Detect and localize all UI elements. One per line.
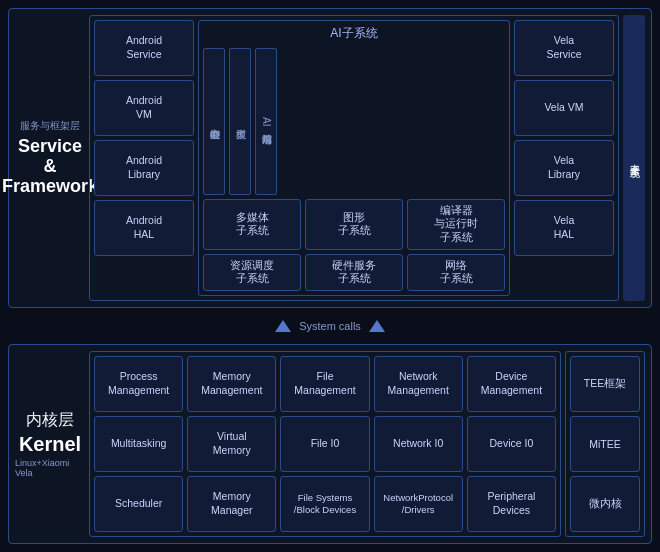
vela-hal-cell: Vela HAL xyxy=(514,200,614,256)
arrow-up-icon-2 xyxy=(369,320,385,332)
ai-title: AI子系统 xyxy=(203,25,505,42)
mitee-cell: MiTEE xyxy=(570,416,640,472)
microkernel-cell: 微内核 xyxy=(570,476,640,532)
top-inner: Android Service Android VM Android Libra… xyxy=(89,15,619,301)
ai-vertical-1: 智能能力中心 xyxy=(203,48,225,195)
android-library-cell: Android Library xyxy=(94,140,194,196)
kernel-row-3: Scheduler Memory Manager File Systems /B… xyxy=(94,476,556,532)
tee-framework-cell: TEE框架 xyxy=(570,356,640,412)
kernel-row-1: Process Management Memory Management Fil… xyxy=(94,356,556,412)
android-column: Android Service Android VM Android Libra… xyxy=(94,20,194,296)
resource-cell: 资源调度 子系统 xyxy=(203,254,301,291)
network-sub-cell: 网络 子系统 xyxy=(407,254,505,291)
syscall-text: System calls xyxy=(299,320,361,332)
graphics-cell: 图形 子系统 xyxy=(305,199,403,250)
ai-lower-cells: 资源调度 子系统 硬件服务 子系统 网络 子系统 xyxy=(203,254,505,291)
file-mgmt-cell: File Management xyxy=(280,356,369,412)
top-section: 服务与框架层 Service & Framework Android Servi… xyxy=(8,8,652,308)
ai-col-top: 智能能力中心 大模型 AI前端与后端 xyxy=(203,48,505,195)
vela-vm-cell: Vela VM xyxy=(514,80,614,136)
arrow-up-icon xyxy=(275,320,291,332)
network-io-cell: Network I0 xyxy=(374,416,463,472)
vela-service-cell: Vela Service xyxy=(514,20,614,76)
kernel-grid: Process Management Memory Management Fil… xyxy=(89,351,561,537)
multitasking-cell: Multitasking xyxy=(94,416,183,472)
ai-vertical-2: 大模型 xyxy=(229,48,251,195)
device-io-cell: Device I0 xyxy=(467,416,556,472)
ai-bottom-label: AI前端与后端 xyxy=(255,48,277,195)
netproto-drivers-cell: NetworkProtocol /Drivers xyxy=(374,476,463,532)
kernel-small: 内核层 xyxy=(26,410,74,431)
vela-column: Vela Service Vela VM Vela Library Vela H… xyxy=(514,20,614,296)
tee-panel: TEE框架 MiTEE 微内核 xyxy=(565,351,645,537)
kernel-label: 内核层 Kernel Linux+Xiaomi Vela xyxy=(15,351,85,537)
hardware-cell: 硬件服务 子系统 xyxy=(305,254,403,291)
scheduler-cell: Scheduler xyxy=(94,476,183,532)
device-mgmt-cell: Device Management xyxy=(467,356,556,412)
android-service-cell: Android Service xyxy=(94,20,194,76)
memory-mgmt-cell: Memory Management xyxy=(187,356,276,412)
section-small-label: 服务与框架层 xyxy=(20,119,80,133)
multimedia-cell: 多媒体 子系统 xyxy=(203,199,301,250)
vela-library-cell: Vela Library xyxy=(514,140,614,196)
filesys-block-cell: File Systems /Block Devices xyxy=(280,476,369,532)
service-framework-label: 服务与框架层 Service & Framework xyxy=(15,15,85,301)
android-hal-cell: Android HAL xyxy=(94,200,194,256)
process-mgmt-cell: Process Management xyxy=(94,356,183,412)
security-label: 安全子系统 xyxy=(623,15,645,301)
syscall-row: System calls xyxy=(8,312,652,340)
android-vm-cell: Android VM xyxy=(94,80,194,136)
memory-manager-cell: Memory Manager xyxy=(187,476,276,532)
kernel-sub: Linux+Xiaomi Vela xyxy=(15,458,85,478)
kernel-big: Kernel xyxy=(19,433,81,456)
network-mgmt-cell: Network Management xyxy=(374,356,463,412)
virtual-memory-cell: Virtual Memory xyxy=(187,416,276,472)
ai-bottom-cells: 多媒体 子系统 图形 子系统 编译器 与运行时 子系统 xyxy=(203,199,505,250)
bottom-section: 内核层 Kernel Linux+Xiaomi Vela Process Man… xyxy=(8,344,652,544)
section-big-label: Service & Framework xyxy=(2,137,98,196)
compiler-cell: 编译器 与运行时 子系统 xyxy=(407,199,505,250)
file-io-cell: File I0 xyxy=(280,416,369,472)
main-container: 服务与框架层 Service & Framework Android Servi… xyxy=(0,0,660,552)
ai-column: AI子系统 智能能力中心 大模型 AI前端与后端 多媒体 子系统 图形 子系统 … xyxy=(198,20,510,296)
peripheral-devices-cell: Peripheral Devices xyxy=(467,476,556,532)
kernel-row-2: Multitasking Virtual Memory File I0 Netw… xyxy=(94,416,556,472)
